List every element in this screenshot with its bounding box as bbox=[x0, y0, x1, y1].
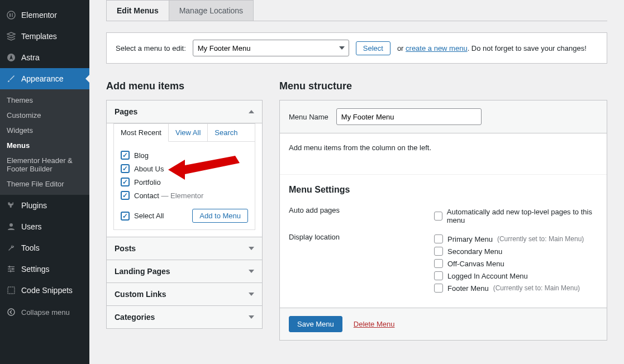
appearance-submenu: Themes Customize Widgets Menus Elementor… bbox=[0, 89, 89, 195]
menu-select-bar: Select a menu to edit: My Footer Menu Se… bbox=[106, 32, 607, 64]
pages-tab-search[interactable]: Search bbox=[208, 124, 244, 141]
page-item-label: About Us bbox=[134, 165, 164, 173]
auto-add-option[interactable]: Automatically add new top-level pages to… bbox=[434, 206, 598, 226]
checkbox[interactable] bbox=[434, 284, 443, 293]
accordion-pages-header[interactable]: Pages bbox=[107, 100, 262, 123]
checkbox[interactable] bbox=[121, 164, 130, 173]
sidebar-item-label: Code Snippets bbox=[21, 286, 73, 295]
page-item-label: Portfolio bbox=[134, 178, 161, 186]
sidebar-item-settings[interactable]: Settings bbox=[0, 258, 89, 280]
select-all-pages[interactable]: Select All bbox=[121, 209, 164, 223]
submenu-theme-file-editor[interactable]: Theme File Editor bbox=[0, 176, 89, 191]
page-item-label: Contact — Elementor bbox=[134, 191, 203, 200]
page-item[interactable]: Contact — Elementor bbox=[121, 189, 248, 202]
location-option[interactable]: Footer Menu (Currently set to: Main Menu… bbox=[434, 282, 598, 294]
submenu-themes[interactable]: Themes bbox=[0, 93, 89, 108]
submenu-header-footer[interactable]: Elementor Header & Footer Builder bbox=[0, 153, 89, 176]
plug-icon bbox=[6, 200, 17, 211]
svg-rect-4 bbox=[12, 16, 13, 17]
svg-rect-7 bbox=[8, 266, 15, 267]
checkbox[interactable] bbox=[434, 271, 443, 280]
sidebar-item-label: Astra bbox=[21, 53, 40, 62]
checkbox[interactable] bbox=[121, 191, 130, 200]
accordion-custom-links-header[interactable]: Custom Links bbox=[107, 283, 262, 306]
accordion-posts-header[interactable]: Posts bbox=[107, 237, 262, 260]
menu-settings: Menu Settings Auto add pages Automatical… bbox=[280, 175, 607, 308]
display-location-options: Primary Menu (Currently set to: Main Men… bbox=[434, 233, 598, 294]
accordion-title: Posts bbox=[115, 244, 136, 253]
location-label: Logged In Account Menu bbox=[447, 272, 528, 280]
sidebar-item-appearance[interactable]: Appearance bbox=[0, 68, 89, 89]
sidebar-item-plugins[interactable]: Plugins bbox=[0, 195, 89, 216]
svg-rect-13 bbox=[8, 287, 15, 294]
page-item[interactable]: Blog bbox=[121, 149, 248, 162]
location-option[interactable]: Logged In Account Menu bbox=[434, 270, 598, 282]
add-to-menu-button[interactable]: Add to Menu bbox=[192, 209, 248, 223]
accordion-title: Categories bbox=[115, 313, 155, 322]
menu-name-input[interactable] bbox=[336, 108, 482, 125]
sidebar-item-label: Plugins bbox=[21, 201, 47, 210]
sidebar-item-elementor[interactable]: Elementor bbox=[0, 4, 89, 26]
svg-rect-8 bbox=[8, 269, 15, 270]
collapse-label: Collapse menu bbox=[21, 308, 70, 317]
location-option[interactable]: Off-Canvas Menu bbox=[434, 257, 598, 270]
menu-name-row: Menu Name bbox=[280, 100, 607, 133]
checkbox[interactable] bbox=[121, 178, 130, 186]
submenu-widgets[interactable]: Widgets bbox=[0, 123, 89, 138]
svg-point-14 bbox=[8, 309, 15, 315]
accordion-categories-header[interactable]: Categories bbox=[107, 306, 262, 328]
menu-instruction: Add menu items from the column on the le… bbox=[280, 133, 607, 175]
select-menu-prompt: Select a menu to edit: bbox=[116, 44, 186, 52]
checkbox[interactable] bbox=[434, 234, 443, 243]
sidebar-item-label: Appearance bbox=[21, 74, 64, 83]
location-label: Off-Canvas Menu bbox=[447, 260, 504, 268]
accordion-title: Custom Links bbox=[115, 290, 166, 299]
tab-manage-locations[interactable]: Manage Locations bbox=[169, 0, 254, 21]
checkbox[interactable] bbox=[434, 259, 443, 268]
checkbox[interactable] bbox=[434, 212, 442, 221]
svg-rect-3 bbox=[12, 15, 13, 16]
location-option[interactable]: Primary Menu (Currently set to: Main Men… bbox=[434, 233, 598, 245]
checkbox[interactable] bbox=[121, 212, 130, 221]
location-label: Footer Menu bbox=[447, 284, 489, 293]
delete-menu-link[interactable]: Delete Menu bbox=[354, 320, 395, 328]
collapse-menu[interactable]: Collapse menu bbox=[0, 301, 89, 323]
sidebar-item-tools[interactable]: Tools bbox=[0, 237, 89, 258]
select-bar-tail: or create a new menu. Do not forget to s… bbox=[397, 44, 587, 52]
tab-edit-menus[interactable]: Edit Menus bbox=[106, 0, 169, 21]
caret-up-icon bbox=[249, 110, 254, 113]
checkbox[interactable] bbox=[121, 151, 130, 160]
sidebar-item-templates[interactable]: Templates bbox=[0, 26, 89, 47]
sidebar-item-users[interactable]: Users bbox=[0, 216, 89, 237]
caret-down-icon bbox=[249, 315, 254, 319]
pages-tab-all[interactable]: View All bbox=[169, 124, 208, 141]
save-menu-button[interactable]: Save Menu bbox=[289, 316, 342, 332]
sidebar-item-code-snippets[interactable]: Code Snippets bbox=[0, 280, 89, 301]
create-menu-link[interactable]: create a new menu bbox=[406, 44, 468, 52]
accordion-pages-title: Pages bbox=[115, 107, 137, 116]
astra-icon bbox=[6, 52, 17, 63]
menu-settings-heading: Menu Settings bbox=[289, 185, 598, 195]
page-item-label: Blog bbox=[134, 151, 149, 160]
location-hint: (Currently set to: Main Menu) bbox=[497, 235, 584, 243]
sidebar-item-astra[interactable]: Astra bbox=[0, 47, 89, 68]
menu-footer: Save Menu Delete Menu bbox=[280, 308, 607, 340]
sidebar-item-label: Tools bbox=[21, 243, 40, 252]
main-content: Edit Menus Manage Locations Select a men… bbox=[89, 0, 624, 364]
accordion-landing-pages-header[interactable]: Landing Pages bbox=[107, 260, 262, 283]
submenu-customize[interactable]: Customize bbox=[0, 108, 89, 123]
page-item[interactable]: Portfolio bbox=[121, 175, 248, 189]
page-item[interactable]: About Us bbox=[121, 162, 248, 175]
svg-rect-2 bbox=[12, 13, 13, 15]
menu-select-dropdown[interactable]: My Footer Menu bbox=[193, 40, 349, 56]
svg-point-6 bbox=[9, 223, 13, 227]
caret-down-icon bbox=[249, 247, 254, 250]
menu-sources-accordion: Pages Most Recent View All Search Bl bbox=[106, 100, 263, 329]
checkbox[interactable] bbox=[434, 247, 443, 256]
wrench-icon bbox=[6, 242, 17, 253]
pages-tab-recent[interactable]: Most Recent bbox=[114, 124, 169, 142]
location-option[interactable]: Secondary Menu bbox=[434, 245, 598, 257]
svg-rect-11 bbox=[12, 268, 13, 270]
select-menu-button[interactable]: Select bbox=[356, 41, 390, 55]
submenu-menus[interactable]: Menus bbox=[0, 138, 89, 153]
